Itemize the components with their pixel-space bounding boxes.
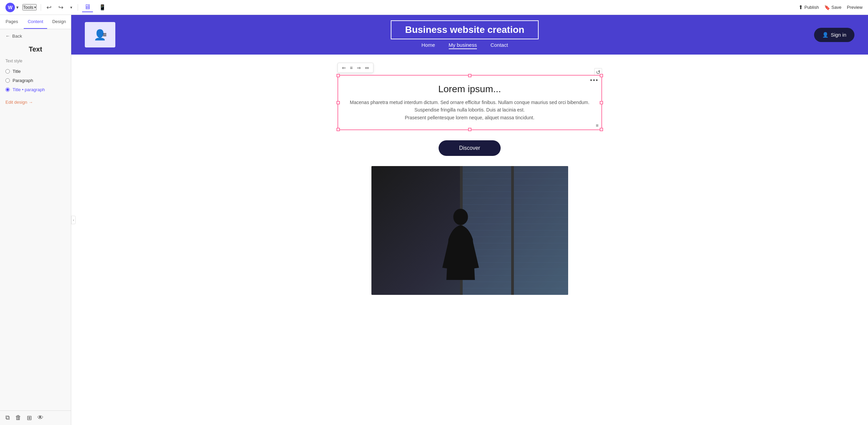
- header-nav: Business website creation Home My busine…: [115, 20, 814, 49]
- visibility-icon[interactable]: 👁: [37, 414, 43, 422]
- handle-mid-left[interactable]: [336, 101, 340, 104]
- text-alignment-toolbar: ⇐ ≡ ⇒ ⇔: [337, 63, 373, 73]
- logo-icon: W: [5, 3, 15, 12]
- handle-top-left[interactable]: [336, 74, 340, 77]
- save-button[interactable]: 🔖 Save: [824, 5, 842, 10]
- align-left-icon[interactable]: ⇐: [341, 64, 347, 71]
- tab-design[interactable]: Design: [47, 15, 71, 29]
- website-preview: 👤 ≡ Business website creation Home My bu…: [71, 15, 868, 425]
- svg-point-0: [453, 209, 468, 225]
- publish-button[interactable]: ⬆ Publish: [798, 4, 819, 11]
- nav-my-business[interactable]: My business: [449, 42, 477, 49]
- edit-design-button[interactable]: Edit design →: [0, 94, 71, 110]
- text-element-box[interactable]: ••• ≡ Lorem ipsum... Macenas pharetra me…: [337, 75, 602, 130]
- option-title-label: Title: [13, 69, 21, 74]
- tools-button[interactable]: Tools ▾: [22, 4, 37, 11]
- divider2: [78, 4, 78, 11]
- site-hero-image: [371, 166, 568, 295]
- delete-icon[interactable]: 🗑: [15, 414, 21, 422]
- window-frame-divider: [511, 166, 514, 295]
- radio-paragraph[interactable]: [5, 78, 10, 83]
- lorem-title[interactable]: Lorem ipsum...: [345, 84, 595, 95]
- left-panel: Pages Content Design ← Back Text Text st…: [0, 15, 71, 425]
- logo-chevron: ▾: [16, 5, 18, 10]
- duplicate-icon[interactable]: ⧉: [5, 414, 10, 422]
- user-icon: 👤: [822, 32, 829, 38]
- sign-in-button[interactable]: 👤 Sign in: [814, 28, 854, 42]
- handle-bottom-right[interactable]: [600, 128, 603, 131]
- layers-icon[interactable]: ⊞: [27, 414, 32, 422]
- undo-button[interactable]: ↩: [45, 3, 53, 12]
- discover-button[interactable]: Discover: [439, 140, 500, 156]
- handle-top-mid[interactable]: [468, 74, 471, 77]
- tab-content[interactable]: Content: [24, 15, 47, 29]
- radio-title-paragraph[interactable]: [5, 87, 10, 92]
- option-paragraph-label: Paragraph: [13, 78, 33, 83]
- nav-home[interactable]: Home: [422, 42, 435, 49]
- back-label: Back: [12, 34, 22, 39]
- radio-title[interactable]: [5, 69, 10, 74]
- divider: [41, 4, 41, 11]
- handle-top-right[interactable]: [600, 74, 603, 77]
- option-title[interactable]: Title: [0, 67, 71, 76]
- filter-icon[interactable]: ≡: [596, 123, 598, 128]
- collapse-panel-button[interactable]: ‹: [71, 216, 76, 224]
- panel-bottom-toolbar: ⧉ 🗑 ⊞ 👁: [0, 410, 71, 425]
- header-logo-area: 👤 ≡: [85, 22, 115, 47]
- align-right-icon[interactable]: ⇒: [356, 64, 362, 71]
- back-arrow-icon: ←: [5, 33, 10, 39]
- site-title: Business website creation: [405, 24, 524, 35]
- image-section: [78, 166, 861, 308]
- option-title-paragraph-label: Title • paragraph: [13, 87, 45, 92]
- expand-icon[interactable]: ⇔: [364, 64, 370, 71]
- align-center-icon[interactable]: ≡: [349, 64, 353, 71]
- nav-contact[interactable]: Contact: [490, 42, 508, 49]
- desktop-view-button[interactable]: 🖥: [82, 2, 93, 12]
- panel-tabs: Pages Content Design: [0, 15, 71, 29]
- text-style-label: Text style: [0, 59, 71, 67]
- top-toolbar: W ▾ Tools ▾ ↩ ↪ ▾ 🖥 📱 ⬆ Publish 🔖 Save P…: [0, 0, 868, 15]
- person-silhouette: [440, 200, 481, 295]
- app-logo[interactable]: W ▾: [5, 3, 18, 12]
- preview-button[interactable]: Preview: [847, 5, 863, 10]
- header-logo-image: 👤 ≡: [85, 22, 115, 47]
- history-button[interactable]: ▾: [69, 4, 74, 11]
- redo-button[interactable]: ↪: [57, 3, 65, 12]
- handle-bottom-left[interactable]: [336, 128, 340, 131]
- toolbar-left: W ▾ Tools ▾ ↩ ↪ ▾ 🖥 📱: [5, 2, 108, 12]
- discover-section: Discover: [78, 134, 861, 166]
- site-content: ⇐ ≡ ⇒ ⇔ ↺: [71, 55, 868, 315]
- canvas-area: ‹ 👤 ≡ Business website creation Home: [71, 15, 868, 425]
- tab-pages[interactable]: Pages: [0, 15, 24, 29]
- handle-mid-right[interactable]: [600, 101, 603, 104]
- option-paragraph[interactable]: Paragraph: [0, 76, 71, 85]
- toolbar-right: ⬆ Publish 🔖 Save Preview: [798, 4, 863, 11]
- handle-bottom-mid[interactable]: [468, 128, 471, 131]
- lorem-body: Macenas pharetra metud interdum dictum. …: [345, 99, 595, 121]
- nav-links: Home My business Contact: [422, 42, 508, 49]
- back-button[interactable]: ← Back: [0, 29, 71, 43]
- option-title-paragraph[interactable]: Title • paragraph: [0, 85, 71, 94]
- panel-title: Text: [0, 43, 71, 59]
- element-options-button[interactable]: •••: [590, 77, 599, 84]
- site-header: 👤 ≡ Business website creation Home My bu…: [71, 15, 868, 55]
- text-element-container: ⇐ ≡ ⇒ ⇔ ↺: [337, 75, 602, 130]
- main-layout: Pages Content Design ← Back Text Text st…: [0, 15, 868, 425]
- site-title-box: Business website creation: [391, 20, 539, 39]
- mobile-view-button[interactable]: 📱: [97, 3, 108, 11]
